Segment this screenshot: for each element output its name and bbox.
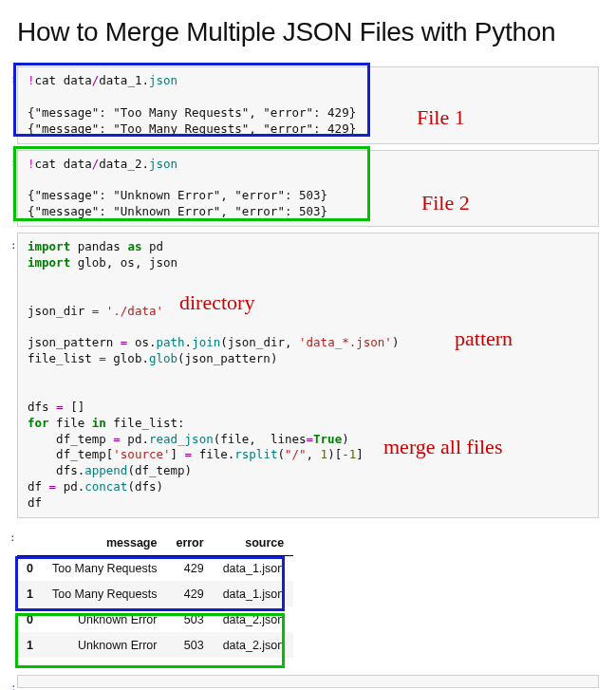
col-message: message	[43, 530, 166, 555]
code-cell-cat-file1: !cat data/data_1.json {"message": "Too M…	[17, 66, 599, 144]
table-row: 0 Unknown Error 503 data_2.json	[17, 606, 293, 632]
table-row: 0 Too Many Requests 429 data_1.json	[17, 555, 293, 581]
code-line-cat1: !cat data/data_1.json {"message": "Too M…	[28, 73, 588, 138]
code-cell-main: import pandas as pd import glob, os, jso…	[17, 233, 599, 518]
empty-cell	[17, 675, 599, 688]
col-error: error	[166, 530, 213, 555]
code-main: import pandas as pd import glob, os, jso…	[28, 239, 588, 512]
table-row: 1 Unknown Error 503 data_2.json	[17, 632, 293, 658]
table-header-row: message error source	[17, 530, 293, 555]
col-blank	[17, 530, 43, 555]
output-dataframe: message error source 0 Too Many Requests…	[17, 530, 599, 658]
page-title: How to Merge Multiple JSON Files with Py…	[17, 17, 599, 47]
dataframe-table: message error source 0 Too Many Requests…	[17, 530, 293, 658]
col-source: source	[214, 530, 294, 555]
code-cell-cat-file2: !cat data/data_2.json {"message": "Unkno…	[17, 150, 599, 228]
code-line-cat2: !cat data/data_2.json {"message": "Unkno…	[28, 157, 588, 221]
table-row: 1 Too Many Requests 429 data_1.json	[17, 581, 293, 606]
